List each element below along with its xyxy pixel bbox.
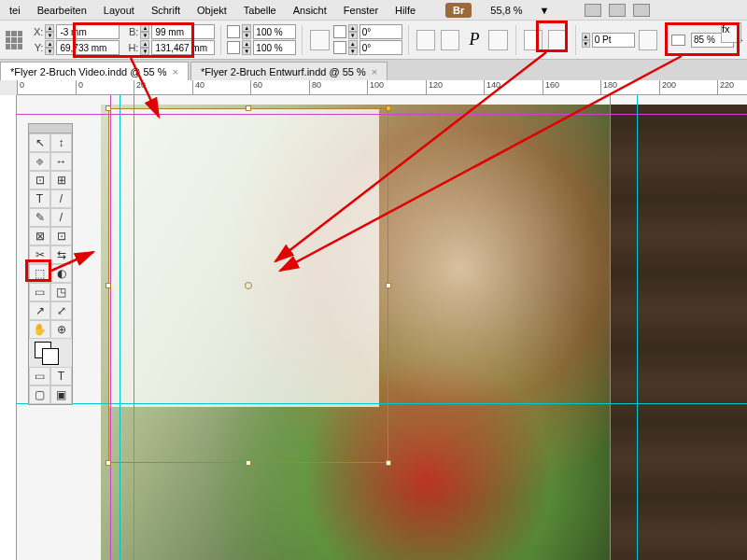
panel-grip[interactable] (29, 124, 72, 133)
tool-14[interactable]: ⬚ (29, 264, 50, 283)
apply-none-icon[interactable]: T (50, 367, 72, 385)
opacity-icon (671, 35, 685, 46)
view-icon[interactable] (633, 4, 650, 17)
menu-ansicht[interactable]: Ansicht (288, 3, 332, 18)
tab-entwurf[interactable]: *Flyer 2-Bruch Entwurf.indd @ 55 %× (190, 62, 388, 80)
rotate-icon (333, 25, 346, 38)
tool-21[interactable]: ⊕ (50, 320, 72, 339)
zoom-value[interactable]: 55,8 % (485, 3, 528, 18)
y-spinner[interactable]: ▲▼ (45, 40, 54, 55)
tool-9[interactable]: / (50, 208, 72, 227)
tool-20[interactable]: ✋ (29, 320, 50, 339)
menu-fenster[interactable]: Fenster (338, 3, 384, 18)
x-label: X: (30, 26, 43, 37)
handle-w[interactable] (106, 283, 111, 288)
scale-x-input[interactable] (253, 24, 296, 39)
handle-s[interactable] (246, 460, 251, 466)
tools-panel: ↖↕⎆↔⊡⊞T/✎/⊠⊡✂⇆⬚◐▭◳↗⤢✋⊕ ▭ T ▢ ▣ (28, 123, 73, 405)
x-spinner[interactable]: ▲▼ (45, 24, 54, 39)
scale-y-icon (227, 41, 240, 54)
fill-swatch[interactable] (524, 30, 543, 50)
menu-tei[interactable]: tei (4, 3, 26, 18)
screen-mode-icon[interactable] (585, 4, 601, 17)
menu-layout[interactable]: Layout (98, 3, 140, 18)
scale-x-icon (227, 25, 240, 38)
handle-ne[interactable] (386, 105, 391, 111)
menu-hilfe[interactable]: Hilfe (389, 3, 421, 18)
close-icon[interactable]: × (173, 66, 178, 77)
document-tabs: *Flyer 2-Bruch Video.indd @ 55 %× *Flyer… (0, 60, 747, 80)
ruler-tick: 200 (659, 80, 676, 95)
handle-n[interactable] (246, 105, 251, 111)
apply-color-icon[interactable]: ▭ (29, 367, 50, 385)
arrange-icon[interactable] (609, 4, 626, 17)
handle-sw[interactable] (106, 460, 111, 466)
zoom-dropdown-icon[interactable]: ▼ (534, 3, 556, 18)
shear-input[interactable] (359, 40, 402, 55)
fx-icon[interactable]: fx (721, 22, 741, 43)
tool-4[interactable]: ⊡ (29, 171, 50, 189)
tool-2[interactable]: ⎆ (29, 152, 50, 171)
rotate-input[interactable] (359, 24, 402, 39)
guide[interactable] (610, 95, 611, 560)
menu-objekt[interactable]: Objekt (191, 3, 233, 18)
stroke-style-icon[interactable] (639, 30, 657, 50)
close-icon[interactable]: × (372, 66, 377, 77)
tool-12[interactable]: ✂ (29, 245, 50, 264)
stroke-color[interactable] (42, 348, 59, 365)
color-swatches[interactable] (29, 339, 72, 367)
x-input[interactable] (56, 24, 120, 39)
menu-schrift[interactable]: Schrift (146, 3, 186, 18)
reference-point[interactable] (4, 29, 24, 51)
handle-e[interactable] (386, 283, 391, 288)
tool-13[interactable]: ⇆ (50, 245, 72, 264)
tool-19[interactable]: ⤢ (50, 301, 72, 320)
handle-nw[interactable] (106, 105, 111, 111)
flip-h-icon[interactable] (416, 30, 435, 50)
ruler-tick: 60 (250, 80, 262, 95)
tool-0[interactable]: ↖ (29, 133, 50, 152)
tool-18[interactable]: ↗ (29, 301, 50, 320)
ruler-tick: 80 (309, 80, 321, 95)
menu-tabelle[interactable]: Tabelle (238, 3, 282, 18)
tool-6[interactable]: T (29, 189, 50, 208)
vertical-ruler[interactable] (0, 95, 17, 560)
selection-frame[interactable] (108, 108, 388, 463)
h-label: H: (125, 42, 138, 53)
h-input[interactable] (151, 40, 215, 55)
menu-bearbeiten[interactable]: Bearbeiten (32, 3, 92, 18)
handle-se[interactable] (386, 460, 391, 466)
paragraph-icon[interactable]: P (469, 30, 479, 49)
tool-8[interactable]: ✎ (29, 208, 50, 227)
stroke-weight-input[interactable] (592, 33, 635, 48)
h-spinner[interactable]: ▲▼ (140, 40, 149, 55)
misc-icon[interactable] (488, 30, 507, 50)
stroke-swatch[interactable] (548, 30, 567, 50)
tool-15[interactable]: ◐ (50, 264, 72, 283)
horizontal-ruler[interactable]: 0020406080100120140160180200220240 (17, 80, 747, 95)
flip-v-icon[interactable] (441, 30, 459, 50)
tool-11[interactable]: ⊡ (50, 227, 72, 245)
view-preview-icon[interactable]: ▣ (50, 385, 72, 404)
tab-video[interactable]: *Flyer 2-Bruch Video.indd @ 55 %× (0, 62, 189, 80)
tool-1[interactable]: ↕ (50, 133, 72, 152)
y-input[interactable] (56, 40, 120, 55)
bridge-button[interactable]: Br (445, 3, 472, 18)
canvas[interactable]: ↖↕⎆↔⊡⊞T/✎/⊠⊡✂⇆⬚◐▭◳↗⤢✋⊕ ▭ T ▢ ▣ (17, 95, 747, 560)
tool-17[interactable]: ◳ (50, 283, 72, 301)
scale-y-input[interactable] (253, 40, 296, 55)
tool-5[interactable]: ⊞ (50, 171, 72, 189)
tool-3[interactable]: ↔ (50, 152, 72, 171)
guide[interactable] (637, 95, 638, 560)
tool-7[interactable]: / (50, 189, 72, 208)
ruler-tick: 100 (367, 80, 384, 95)
center-point[interactable] (245, 282, 252, 289)
w-spinner[interactable]: ▲▼ (140, 24, 149, 39)
wood-panel (610, 105, 747, 560)
constrain-icon[interactable] (310, 30, 329, 50)
w-input[interactable] (151, 24, 215, 39)
ruler-tick: 180 (600, 80, 617, 95)
tool-16[interactable]: ▭ (29, 283, 50, 301)
view-normal-icon[interactable]: ▢ (29, 385, 50, 404)
tool-10[interactable]: ⊠ (29, 227, 50, 245)
